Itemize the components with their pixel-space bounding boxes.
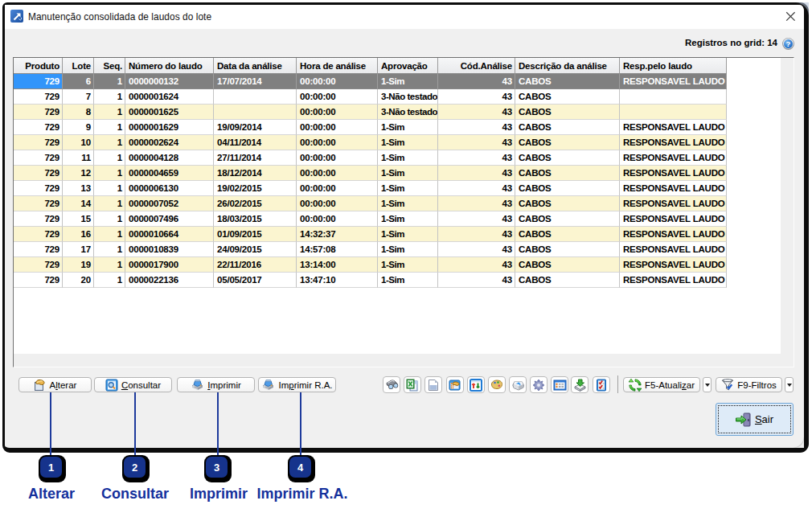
svg-text:?: ? xyxy=(786,39,791,48)
